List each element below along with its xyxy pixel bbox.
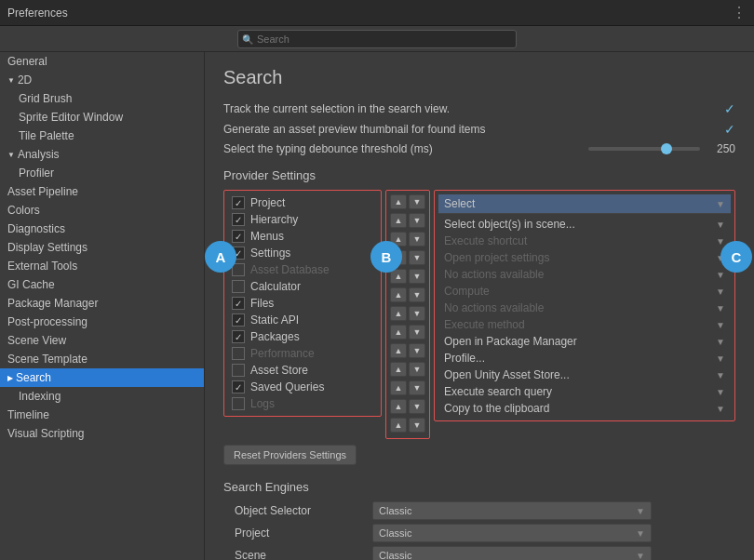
provider-item-0[interactable]: Project <box>228 194 377 211</box>
provider-checkbox-8[interactable] <box>232 330 245 343</box>
sidebar-item-sprite-editor[interactable]: Sprite Editor Window <box>0 108 204 127</box>
content-area: Search Track the current selection in th… <box>205 52 754 560</box>
provider-checkbox-6[interactable] <box>232 297 245 310</box>
engine-select-1[interactable]: Classic▼ <box>372 524 652 542</box>
setting-row-1: Track the current selection in the searc… <box>223 101 735 116</box>
sidebar-item-colors[interactable]: Colors <box>0 201 204 220</box>
menu-dots[interactable]: ⋮ <box>732 4 747 21</box>
provider-checkbox-2[interactable] <box>232 230 245 243</box>
provider-item-12[interactable]: Logs <box>228 395 377 412</box>
action-header-0[interactable]: Select▼ <box>438 194 731 214</box>
sidebar-item-scene-template[interactable]: Scene Template <box>0 350 204 368</box>
provider-item-9[interactable]: Performance <box>228 345 377 362</box>
arrow-down-0[interactable]: ▼ <box>409 194 425 209</box>
search-input[interactable] <box>237 30 517 48</box>
arrow-down-6[interactable]: ▼ <box>409 306 425 321</box>
provider-item-6[interactable]: Files <box>228 295 377 312</box>
sidebar-item-display-settings[interactable]: Display Settings <box>0 238 204 257</box>
arrow-down-7[interactable]: ▼ <box>409 325 425 340</box>
arrow-down-3[interactable]: ▼ <box>409 250 425 265</box>
sidebar-item-analysis[interactable]: ▼Analysis <box>0 145 204 164</box>
action-row-6[interactable]: No actions available▼ <box>438 300 731 316</box>
provider-checkbox-12[interactable] <box>232 397 245 410</box>
arrow-up-12[interactable]: ▲ <box>390 418 407 433</box>
arrow-up-5[interactable]: ▲ <box>390 287 407 302</box>
action-row-9[interactable]: Profile...▼ <box>438 350 731 367</box>
arrow-down-11[interactable]: ▼ <box>409 399 425 414</box>
provider-checkbox-9[interactable] <box>232 347 245 360</box>
arrow-down-1[interactable]: ▼ <box>409 213 425 228</box>
sidebar-item-timeline[interactable]: Timeline <box>0 406 204 424</box>
provider-checkbox-11[interactable] <box>232 380 245 393</box>
sidebar-item-profiler[interactable]: Profiler <box>0 164 204 182</box>
arrow-up-6[interactable]: ▲ <box>390 306 407 321</box>
sidebar-label-profiler: Profiler <box>19 167 54 180</box>
search-wrapper: 🔍 <box>237 30 517 48</box>
sidebar-item-tile-palette[interactable]: Tile Palette <box>0 127 204 145</box>
provider-item-7[interactable]: Static API <box>228 312 377 328</box>
sidebar-item-asset-pipeline[interactable]: Asset Pipeline <box>0 182 204 201</box>
action-row-8[interactable]: Open in Package Manager▼ <box>438 333 731 350</box>
action-row-5[interactable]: Compute▼ <box>438 283 731 300</box>
arrow-up-10[interactable]: ▲ <box>390 380 407 395</box>
action-row-3[interactable]: Open project settings▼ <box>438 249 731 266</box>
action-row-10[interactable]: Open Unity Asset Store...▼ <box>438 367 731 383</box>
provider-item-1[interactable]: Hierarchy <box>228 211 377 228</box>
arrow-down-5[interactable]: ▼ <box>409 287 425 302</box>
provider-item-10[interactable]: Asset Store <box>228 362 377 379</box>
reset-providers-button[interactable]: Reset Providers Settings <box>223 445 357 465</box>
action-row-7[interactable]: Execute method▼ <box>438 316 731 333</box>
search-icon: 🔍 <box>242 33 253 44</box>
arrow-up-9[interactable]: ▲ <box>390 362 407 377</box>
sidebar-item-external-tools[interactable]: External Tools <box>0 257 204 275</box>
arrow-down-8[interactable]: ▼ <box>409 343 425 358</box>
arrow-down-12[interactable]: ▼ <box>409 418 425 433</box>
arrow-up-7[interactable]: ▲ <box>390 325 407 340</box>
provider-checkbox-10[interactable] <box>232 364 245 377</box>
arrow-down-9[interactable]: ▼ <box>409 362 425 377</box>
sidebar-item-scene-view[interactable]: Scene View <box>0 331 204 350</box>
engine-dropdown-arrow-2: ▼ <box>636 551 645 561</box>
slider-track[interactable] <box>588 147 700 151</box>
arrow-down-10[interactable]: ▼ <box>409 380 425 395</box>
sidebar-item-general[interactable]: General <box>0 52 204 71</box>
action-row-12[interactable]: Copy to the clipboard▼ <box>438 400 731 417</box>
provider-item-11[interactable]: Saved Queries <box>228 379 377 395</box>
sidebar-item-diagnostics[interactable]: Diagnostics <box>0 220 204 238</box>
sidebar-item-2d[interactable]: ▼2D <box>0 71 204 89</box>
arrow-pair-10: ▲▼ <box>390 380 425 395</box>
engine-select-0[interactable]: Classic▼ <box>372 501 652 520</box>
provider-item-3[interactable]: Settings <box>228 245 377 261</box>
arrow-up-11[interactable]: ▲ <box>390 399 407 414</box>
sidebar-item-gi-cache[interactable]: GI Cache <box>0 275 204 294</box>
provider-item-5[interactable]: Calculator <box>228 278 377 295</box>
provider-checkbox-0[interactable] <box>232 196 245 209</box>
arrow-up-1[interactable]: ▲ <box>390 213 407 228</box>
action-row-11[interactable]: Execute search query▼ <box>438 383 731 400</box>
arrow-up-0[interactable]: ▲ <box>390 194 407 209</box>
provider-item-4[interactable]: Asset Database <box>228 261 377 278</box>
action-row-1[interactable]: Select object(s) in scene...▼ <box>438 216 731 233</box>
arrow-down-2[interactable]: ▼ <box>409 232 425 247</box>
slider-thumb[interactable] <box>661 143 672 154</box>
sidebar-item-search[interactable]: ▶Search <box>0 368 204 387</box>
sidebar-item-post-processing[interactable]: Post-processing <box>0 313 204 331</box>
engine-select-2[interactable]: Classic▼ <box>372 546 652 560</box>
provider-checkbox-1[interactable] <box>232 213 245 226</box>
check-icon-2[interactable]: ✓ <box>724 122 735 137</box>
provider-checkbox-5[interactable] <box>232 280 245 293</box>
sidebar-item-grid-brush[interactable]: Grid Brush <box>0 89 204 108</box>
sidebar-item-indexing[interactable]: Indexing <box>0 387 204 406</box>
check-icon-1[interactable]: ✓ <box>724 101 735 116</box>
dropdown-arrow-header: ▼ <box>716 199 725 209</box>
action-row-2[interactable]: Execute shortcut▼ <box>438 233 731 249</box>
provider-item-8[interactable]: Packages <box>228 328 377 345</box>
engine-select-value-1: Classic <box>379 527 411 539</box>
sidebar-item-package-manager[interactable]: Package Manager <box>0 294 204 313</box>
sidebar-item-visual-scripting[interactable]: Visual Scripting <box>0 424 204 443</box>
arrow-down-4[interactable]: ▼ <box>409 269 425 284</box>
action-row-4[interactable]: No actions available▼ <box>438 266 731 283</box>
provider-item-2[interactable]: Menus <box>228 228 377 245</box>
arrow-up-8[interactable]: ▲ <box>390 343 407 358</box>
provider-checkbox-7[interactable] <box>232 313 245 327</box>
